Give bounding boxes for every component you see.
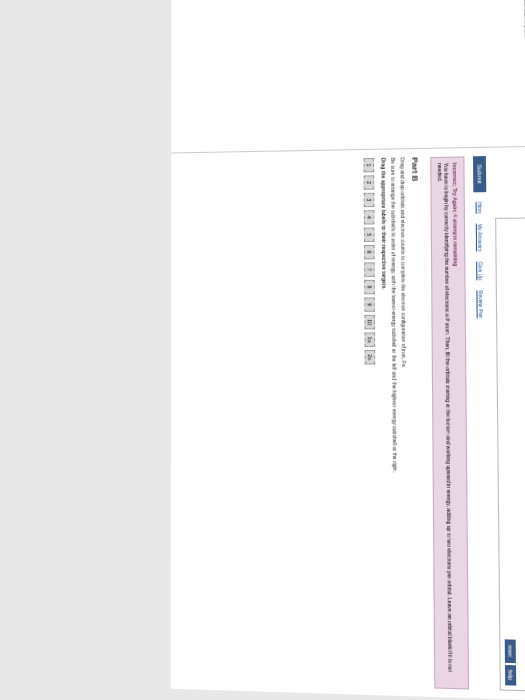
orbital-boxes-area[interactable]: reset help <box>495 216 525 696</box>
num-target[interactable]: 1s <box>364 332 375 346</box>
feedback-box: Incorrect; Try Again; 4 attempts remaini… <box>430 156 469 689</box>
num-target[interactable]: 4 <box>364 210 375 224</box>
diagram-area: 1s 2s2p 3s 3p4s 3d 4p 4d 4f reset hel <box>494 153 525 696</box>
num-target[interactable]: 7 <box>364 262 375 276</box>
part-b-drag: Drag the appropriate labels to their res… <box>380 158 390 687</box>
num-target[interactable]: 5 <box>364 228 375 242</box>
part-b-instr-1: Drag and drop orbitals and electron coun… <box>399 157 409 687</box>
num-target[interactable]: 2 <box>364 175 375 189</box>
num-target[interactable]: 6 <box>364 245 375 259</box>
num-target[interactable]: 8 <box>364 280 375 294</box>
num-target[interactable]: 10 <box>364 315 375 329</box>
my-answers-link[interactable]: My Answers <box>477 224 484 252</box>
part-b-title: Part B <box>410 157 423 688</box>
number-targets: 1 2 3 4 5 6 7 8 9 10 1s 2s <box>364 158 378 687</box>
draggable-labels-column: 1s 2s2p 3s 3p4s 3d 4p 4d 4f <box>494 153 525 207</box>
num-target[interactable]: 3 <box>364 193 375 207</box>
help-button[interactable]: help <box>505 664 516 685</box>
submit-button[interactable]: Submit <box>473 156 486 192</box>
give-up-link[interactable]: Give Up <box>477 262 484 281</box>
submit-row: Submit Hints My Answers Give Up Review P… <box>473 156 491 690</box>
num-target[interactable]: 1 <box>364 158 375 172</box>
num-target[interactable]: 9 <box>364 297 375 311</box>
feedback-title: Incorrect; Try Again; 4 attempts remaini… <box>452 163 463 683</box>
part-b-instr-2: Be sure to arrange the subshells in orde… <box>390 158 400 688</box>
feedback-body: You have to begin by correctly identifyi… <box>437 163 454 683</box>
num-target[interactable]: 2s <box>365 350 376 364</box>
reset-button[interactable]: reset <box>505 640 516 663</box>
hints-link[interactable]: Hints <box>477 202 484 214</box>
review-part-link[interactable]: Review Part <box>477 290 484 318</box>
